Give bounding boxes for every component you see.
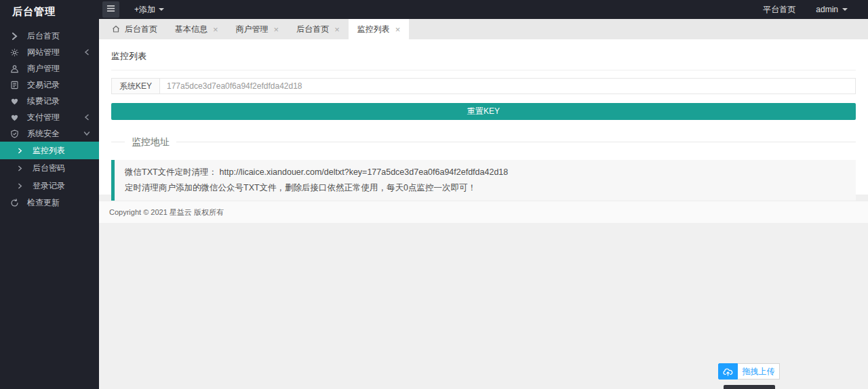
close-icon[interactable]: ×: [213, 25, 218, 34]
close-icon[interactable]: ×: [274, 25, 279, 34]
user-icon: [9, 64, 20, 74]
notice-line-1: 微信TXT文件定时清理： http://licaice.xiandouer.co…: [125, 165, 846, 180]
footer: Copyright © 2021 星益云 版权所有: [99, 201, 868, 223]
topbar: +添加 平台首页 admin: [99, 0, 868, 19]
tab-merchant-manage[interactable]: 商户管理×: [227, 19, 288, 39]
document-icon: [9, 80, 20, 90]
sidebar-item-label: 支付管理: [27, 112, 83, 123]
username: admin: [816, 5, 838, 14]
close-icon[interactable]: ×: [334, 25, 340, 34]
home-icon: [112, 25, 120, 33]
tab-strip: 后台首页基本信息×商户管理×后台首页×监控列表×: [99, 19, 868, 39]
system-key-input[interactable]: [160, 78, 856, 94]
monitor-address-legend: 监控地址: [125, 136, 176, 148]
chevron-left-icon: [83, 114, 91, 121]
tab-home[interactable]: 后台首页: [103, 19, 166, 39]
topbar-right: 平台首页 admin: [763, 4, 868, 16]
sidebar: 后台管理 后台首页网站管理商户管理交易记录续费记录支付管理系统安全监控列表后台密…: [0, 0, 99, 389]
sidebar-item-label: 系统安全: [27, 128, 83, 140]
chevron-right-icon: [17, 148, 24, 154]
hamburger-button[interactable]: [102, 1, 119, 18]
refresh-icon: [9, 198, 20, 208]
sidebar-item-label: 商户管理: [27, 63, 91, 75]
sidebar-subitem-label: 后台密码: [33, 163, 65, 174]
sidebar-item-label: 后台首页: [27, 30, 91, 42]
gear-icon: [9, 47, 20, 58]
sidebar-item-label: 续费记录: [27, 96, 91, 107]
sidebar-item-admin-home[interactable]: 后台首页: [0, 28, 99, 44]
sidebar-menu: 后台首页网站管理商户管理交易记录续费记录支付管理系统安全监控列表后台密码登录记录…: [0, 25, 99, 211]
sidebar-item-system-security[interactable]: 系统安全: [0, 125, 99, 142]
hamburger-icon: [106, 3, 115, 16]
tab-label: 后台首页: [296, 24, 329, 35]
upload-widget[interactable]: 拖拽上传: [718, 363, 780, 380]
sidebar-item-label: 网站管理: [27, 47, 83, 58]
app-window: 后台管理 后台首页网站管理商户管理交易记录续费记录支付管理系统安全监控列表后台密…: [0, 0, 868, 389]
sidebar-item-check-update[interactable]: 检查更新: [0, 194, 99, 211]
sidebar-subitem-label: 登录记录: [33, 180, 65, 192]
sidebar-item-trade-records[interactable]: 交易记录: [0, 77, 99, 93]
sidebar-item-label: 检查更新: [27, 197, 91, 209]
heart-icon: [9, 96, 20, 106]
shield-icon: [9, 129, 20, 139]
cloud-upload-icon[interactable]: [718, 363, 738, 380]
tab-monitor-list[interactable]: 监控列表×: [349, 19, 410, 39]
caret-down-icon: [159, 8, 164, 11]
content-card: 监控列表 系统KEY 重置KEY 监控地址 微信TXT文件定时清理： http:…: [99, 39, 868, 194]
heart-icon: [9, 112, 20, 123]
chevron-down-icon: [83, 130, 91, 137]
chevron-right-icon: [17, 183, 24, 189]
sidebar-subitem-admin-password[interactable]: 后台密码: [0, 159, 99, 177]
reset-key-button[interactable]: 重置KEY: [111, 103, 856, 120]
close-icon[interactable]: ×: [395, 25, 401, 34]
chevron-right-icon: [17, 165, 24, 171]
platform-home-link[interactable]: 平台首页: [763, 4, 795, 16]
tab-label: 商户管理: [236, 24, 269, 35]
tab-label: 基本信息: [175, 24, 208, 35]
system-key-row: 系统KEY: [111, 78, 856, 94]
tab-label: 后台首页: [125, 24, 157, 35]
copyright-text: Copyright © 2021 星益云 版权所有: [109, 207, 224, 218]
tab-admin-home[interactable]: 后台首页×: [288, 19, 349, 39]
sidebar-item-renew-records[interactable]: 续费记录: [0, 93, 99, 109]
sidebar-subitem-monitor-list[interactable]: 监控列表: [0, 142, 99, 159]
sidebar-subitem-login-records[interactable]: 登录记录: [0, 177, 99, 194]
sidebar-subitem-label: 监控列表: [33, 145, 65, 157]
tab-basic-info[interactable]: 基本信息×: [166, 19, 227, 39]
notice-line-2: 定时清理商户添加的微信公众号TXT文件，删除后接口依然正常使用，每天0点监控一次…: [125, 180, 846, 196]
user-menu[interactable]: admin: [816, 5, 848, 14]
app-title: 后台管理: [0, 0, 99, 25]
add-button[interactable]: +添加: [134, 4, 164, 16]
sidebar-item-merchant-manage[interactable]: 商户管理: [0, 60, 99, 77]
add-button-label: +添加: [134, 4, 155, 16]
chevron-right-icon: [9, 31, 20, 41]
sidebar-item-payment-manage[interactable]: 支付管理: [0, 109, 99, 125]
monitor-address-fieldset: 监控地址: [111, 142, 856, 142]
sidebar-item-label: 交易记录: [27, 79, 91, 91]
drag-upload-button[interactable]: 拖拽上传: [738, 363, 780, 380]
sidebar-item-site-manage[interactable]: 网站管理: [0, 44, 99, 60]
notice-box: 微信TXT文件定时清理： http://licaice.xiandouer.co…: [111, 160, 856, 201]
caret-down-icon: [842, 8, 848, 11]
tab-label: 监控列表: [357, 24, 390, 35]
chevron-left-icon: [83, 49, 91, 56]
system-key-label: 系统KEY: [111, 78, 160, 94]
page-title: 监控列表: [111, 49, 856, 70]
upload-tooltip-partial: [724, 385, 775, 389]
